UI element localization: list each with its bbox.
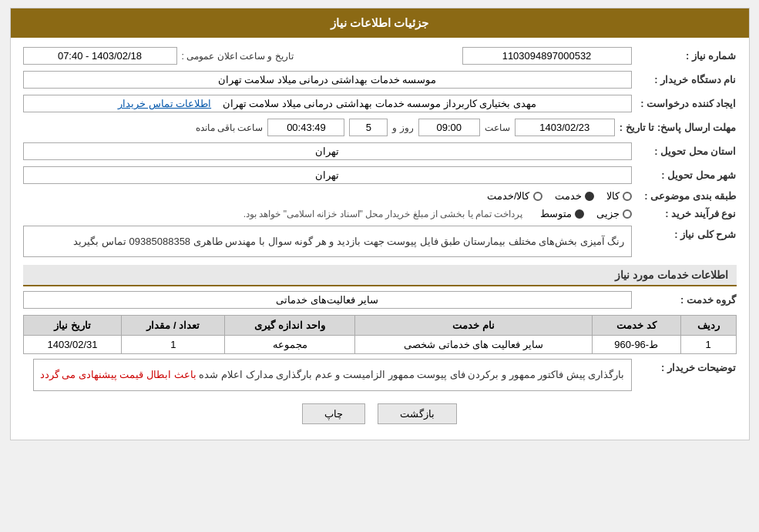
radio-kala-khedmat bbox=[533, 192, 542, 201]
cell-index: 1 bbox=[680, 336, 736, 354]
description-label: شرح کلی نیاز : bbox=[636, 226, 737, 240]
purchase-type-jozi-label: جزیی bbox=[596, 208, 620, 219]
purchase-type-label: نوع فرآیند خرید : bbox=[636, 208, 737, 219]
buyer-notes-box: بارگذاری پیش فاکتور ممهور و برکردن فای پ… bbox=[33, 359, 632, 390]
announce-value: 1403/02/18 - 07:40 bbox=[23, 47, 177, 65]
province-row: استان محل تحویل : تهران bbox=[23, 142, 737, 160]
creator-row: ایجاد کننده درخواست : مهدی بختیاری کاربر… bbox=[23, 95, 737, 112]
creator-label: ایجاد کننده درخواست : bbox=[636, 98, 737, 109]
deadline-days-label: روز و bbox=[392, 122, 413, 133]
col-index: ردیف bbox=[680, 316, 736, 336]
purchase-type-note: پرداخت تمام یا بخشی از مبلغ خریدار محل "… bbox=[243, 209, 523, 219]
deadline-time: 09:00 bbox=[418, 119, 480, 136]
service-group-label: گروه خدمت : bbox=[636, 294, 737, 306]
buttons-row: بازگشت چاپ bbox=[23, 403, 737, 424]
col-qty: تعداد / مقدار bbox=[122, 316, 225, 336]
creator-text: مهدی بختیاری کاربرداز موسسه خدمات بهداشت… bbox=[223, 98, 537, 109]
table-row: 1 ط-96-960 سایر فعالیت های خدماتی شخصی م… bbox=[23, 336, 736, 354]
buyer-notes-label: توضیحات خریدار : bbox=[636, 359, 737, 373]
category-kala-khedmat-label: کالا/خدمت bbox=[487, 190, 530, 202]
category-row: طبقه بندی موضوعی : کالا خدمت کالا/خدمت bbox=[23, 190, 737, 202]
deadline-date: 1403/02/23 bbox=[515, 119, 615, 136]
radio-jozi bbox=[623, 209, 632, 219]
col-name: نام خدمت bbox=[354, 316, 592, 336]
deadline-label: مهلت ارسال پاسخ: تا تاریخ : bbox=[620, 122, 737, 133]
cell-qty: 1 bbox=[122, 336, 225, 354]
category-khedmat: خدمت bbox=[555, 190, 594, 202]
org-name-value: موسسه خدمات بهداشتی درمانی میلاد سلامت ت… bbox=[23, 71, 632, 89]
services-table: ردیف کد خدمت نام خدمت واحد اندازه گیری ت… bbox=[23, 315, 737, 354]
creator-link[interactable]: اطلاعات تماس خریدار bbox=[118, 98, 211, 109]
radio-khedmat bbox=[585, 192, 594, 201]
col-date: تاریخ نیاز bbox=[23, 316, 122, 336]
page-header: جزئیات اطلاعات نیاز bbox=[11, 8, 749, 38]
category-kala: کالا bbox=[606, 190, 632, 202]
description-value: رنگ آمیزی بخش‌های مختلف بیمارستان طبق فا… bbox=[23, 226, 632, 257]
category-options: کالا خدمت کالا/خدمت bbox=[487, 190, 632, 202]
need-number-label: شماره نیاز : bbox=[636, 50, 737, 62]
service-group-value: سایر فعالیت‌های خدماتی bbox=[23, 291, 632, 309]
description-row: شرح کلی نیاز : رنگ آمیزی بخش‌های مختلف ب… bbox=[23, 226, 737, 257]
creator-value: مهدی بختیاری کاربرداز موسسه خدمات بهداشت… bbox=[23, 95, 632, 112]
deadline-row: مهلت ارسال پاسخ: تا تاریخ : 1403/02/23 س… bbox=[23, 119, 737, 136]
province-label: استان محل تحویل : bbox=[636, 146, 737, 157]
cell-date: 1403/02/31 bbox=[23, 336, 122, 354]
deadline-remaining-label: ساعت باقی مانده bbox=[196, 122, 264, 133]
category-khedmat-label: خدمت bbox=[555, 190, 582, 202]
services-section-header: اطلاعات خدمات مورد نیاز bbox=[23, 265, 737, 286]
radio-kala bbox=[623, 192, 632, 201]
category-kala-label: کالا bbox=[606, 190, 620, 202]
header-title: جزئیات اطلاعات نیاز bbox=[331, 16, 428, 29]
main-container: جزئیات اطلاعات نیاز شماره نیاز : 1103094… bbox=[10, 8, 750, 440]
cell-code: ط-96-960 bbox=[592, 336, 680, 354]
city-value: تهران bbox=[23, 166, 632, 184]
need-number-value: 1103094897000532 bbox=[462, 47, 632, 65]
purchase-type-options: جزیی متوسط bbox=[540, 208, 632, 219]
deadline-days: 5 bbox=[349, 119, 388, 136]
org-name-label: نام دستگاه خریدار : bbox=[636, 74, 737, 85]
col-unit: واحد اندازه گیری bbox=[225, 316, 355, 336]
radio-mota bbox=[575, 209, 584, 219]
deadline-time-label: ساعت bbox=[485, 122, 510, 133]
buyer-notes-row: توضیحات خریدار : بارگذاری پیش فاکتور ممه… bbox=[23, 359, 737, 390]
need-number-row: شماره نیاز : 1103094897000532 تاریخ و سا… bbox=[23, 47, 737, 65]
announce-label: تاریخ و ساعت اعلان عمومی : bbox=[182, 51, 294, 62]
city-label: شهر محل تحویل : bbox=[636, 169, 737, 181]
category-kala-khedmat: کالا/خدمت bbox=[487, 190, 542, 202]
print-button[interactable]: چاپ bbox=[302, 403, 365, 424]
purchase-type-row: نوع فرآیند خرید : جزیی متوسط پرداخت تمام… bbox=[23, 208, 737, 219]
cell-unit: مجموعه bbox=[225, 336, 355, 354]
org-name-row: نام دستگاه خریدار : موسسه خدمات بهداشتی … bbox=[23, 71, 737, 89]
deadline-remaining: 00:43:49 bbox=[267, 119, 344, 136]
purchase-type-mota: متوسط bbox=[540, 208, 584, 219]
col-code: کد خدمت bbox=[592, 316, 680, 336]
buyer-notes-red: باعث ابطال قیمت پیشنهادی می گردد bbox=[40, 369, 196, 380]
purchase-type-jozi: جزیی bbox=[596, 208, 632, 219]
buyer-notes-text: بارگذاری پیش فاکتور ممهور و برکردن فای پ… bbox=[199, 369, 624, 380]
purchase-type-mota-label: متوسط bbox=[540, 208, 572, 219]
back-button[interactable]: بازگشت bbox=[378, 403, 457, 424]
cell-name: سایر فعالیت های خدماتی شخصی bbox=[354, 336, 592, 354]
service-group-row: گروه خدمت : سایر فعالیت‌های خدماتی bbox=[23, 291, 737, 309]
city-row: شهر محل تحویل : تهران bbox=[23, 166, 737, 184]
category-label: طبقه بندی موضوعی : bbox=[636, 190, 737, 202]
province-value: تهران bbox=[23, 142, 632, 160]
